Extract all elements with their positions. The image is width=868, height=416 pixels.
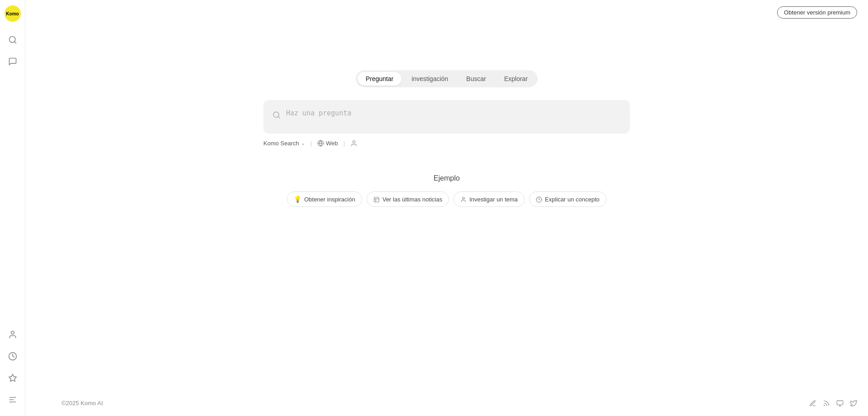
sidebar-bottom <box>4 324 22 411</box>
source-label: Komo Search <box>263 140 299 147</box>
tab-explorar[interactable]: Explorar <box>496 72 536 86</box>
footer: ©2025 Komo AI <box>51 399 868 407</box>
svg-rect-19 <box>837 401 843 405</box>
search-box <box>263 100 630 134</box>
ejemplo-section: Ejemplo 💡 Obtener inspiración Ver las úl… <box>287 174 606 207</box>
sidebar-chat-button[interactable] <box>4 53 22 71</box>
bulb-icon: 💡 <box>294 196 301 203</box>
svg-point-12 <box>353 141 355 143</box>
chip-investigar[interactable]: Investigar un tema <box>453 191 525 207</box>
sidebar: Komo <box>0 0 25 416</box>
svg-line-9 <box>278 117 279 118</box>
chip-noticias[interactable]: Ver las últimas noticias <box>367 191 449 207</box>
investigate-icon <box>460 196 467 203</box>
svg-line-1 <box>14 42 16 43</box>
ejemplo-title: Ejemplo <box>434 174 460 182</box>
sidebar-premium-button[interactable] <box>4 369 22 387</box>
pencil-icon[interactable] <box>809 399 816 407</box>
tab-preguntar[interactable]: Preguntar <box>358 72 401 86</box>
chip-inspiracion[interactable]: 💡 Obtener inspiración <box>287 191 362 207</box>
sidebar-history-button[interactable] <box>4 347 22 365</box>
top-bar: Obtener versión premium <box>777 6 857 19</box>
person-icon[interactable] <box>350 139 358 147</box>
chip-noticias-label: Ver las últimas noticias <box>382 196 442 203</box>
separator-1: | <box>310 140 312 147</box>
svg-point-16 <box>463 197 465 200</box>
web-label: Web <box>326 140 338 147</box>
sidebar-search-button[interactable] <box>4 31 22 49</box>
logo-text: Komo <box>6 11 19 16</box>
separator-2: | <box>343 140 345 147</box>
example-chips: 💡 Obtener inspiración Ver las últimas no… <box>287 191 606 207</box>
chip-concepto-label: Explicar un concepto <box>545 196 600 203</box>
source-selector[interactable]: Komo Search ⌄ <box>263 140 305 147</box>
chevron-down-icon: ⌄ <box>301 140 305 146</box>
get-premium-button[interactable]: Obtener versión premium <box>777 6 857 19</box>
tab-investigacion[interactable]: investigación <box>403 72 456 86</box>
svg-point-18 <box>824 405 825 406</box>
search-box-icon <box>272 110 281 120</box>
svg-rect-13 <box>374 197 379 202</box>
news-icon <box>373 196 380 203</box>
concept-icon <box>536 196 542 203</box>
svg-point-2 <box>11 331 14 335</box>
svg-marker-4 <box>9 374 16 382</box>
sidebar-user-button[interactable] <box>4 325 22 344</box>
tab-buscar[interactable]: Buscar <box>458 72 494 86</box>
chip-investigar-label: Investigar un tema <box>469 196 518 203</box>
chip-concepto[interactable]: Explicar un concepto <box>529 191 606 207</box>
logo[interactable]: Komo <box>5 5 21 22</box>
source-bar: Komo Search ⌄ | Web | <box>263 139 630 147</box>
footer-icons <box>809 399 857 407</box>
search-input[interactable] <box>286 109 621 117</box>
tab-bar: Preguntar investigación Buscar Explorar <box>356 70 538 87</box>
twitter-icon[interactable] <box>850 399 857 407</box>
copyright: ©2025 Komo AI <box>62 400 103 406</box>
chip-inspiracion-label: Obtener inspiración <box>304 196 355 203</box>
web-tag[interactable]: Web <box>317 140 338 147</box>
rss-icon[interactable] <box>823 399 830 407</box>
center-content: Preguntar investigación Buscar Explorar … <box>25 70 868 207</box>
sidebar-settings-button[interactable] <box>4 391 22 409</box>
monitor-icon[interactable] <box>836 399 844 407</box>
main-content: Obtener versión premium Preguntar invest… <box>25 0 868 416</box>
